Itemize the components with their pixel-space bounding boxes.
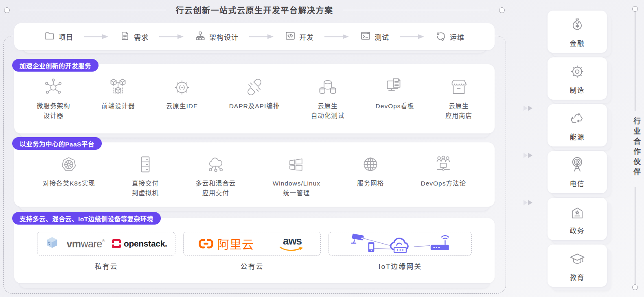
money-bag-icon xyxy=(568,16,586,35)
flow-step-label: 项目 xyxy=(59,32,73,42)
aws-logo: aws xyxy=(279,236,305,252)
windows-icon xyxy=(287,154,306,174)
env-label: 私有云 xyxy=(95,261,118,271)
flow-step-project: 项目 xyxy=(44,31,73,43)
section1-items: 微服务架构设计器 前端设计器 云原生IDE DAPR及API编排 云原生自动化测… xyxy=(14,64,495,121)
paas-item-label: 多云和混合云应用交付 xyxy=(195,179,236,198)
flow-arrow-icon xyxy=(159,34,184,39)
env-iot-gateway: IoT边缘网关 xyxy=(329,232,472,271)
industry-card-finance: 金融 xyxy=(548,11,607,53)
flow-step-label: 需求 xyxy=(134,32,149,42)
industry-card-government: 政务 xyxy=(548,198,607,240)
aws-smile-icon xyxy=(279,246,305,252)
service-item: DAPR及API编排 xyxy=(229,76,280,111)
flow-step-label: 开发 xyxy=(299,32,314,42)
industry-label: 能源 xyxy=(570,132,585,142)
server-icon xyxy=(136,154,155,174)
service-item: 微服务架构设计器 xyxy=(37,76,70,121)
rail-line-top xyxy=(635,12,635,111)
terminal-icon xyxy=(360,31,371,43)
connector-circle-left xyxy=(4,7,10,13)
industry-card-manufacturing: 制造 xyxy=(548,57,607,100)
iot-gateway-box xyxy=(329,232,472,256)
sitemap-icon xyxy=(195,31,206,43)
env-private-cloud: vmware® openstack. 私有云 xyxy=(37,232,175,271)
service-item: 前端设计器 xyxy=(101,76,135,111)
rail-line-bottom xyxy=(635,187,635,284)
title-line-left xyxy=(20,10,166,11)
public-cloud-box: 阿里云 aws xyxy=(183,232,321,256)
flow-arrow-icon xyxy=(324,34,350,39)
gear-code-icon xyxy=(172,76,192,97)
code-window-icon xyxy=(285,31,296,43)
paas-item: DevOps方法论 xyxy=(421,154,467,188)
service-item-label: 微服务架构设计器 xyxy=(37,101,70,121)
solution-diagram: 行云创新一站式云原生开发平台解决方案 项目 需求 架构设计 开发 测试 xyxy=(0,0,644,297)
alibaba-cloud-mark-icon xyxy=(199,239,213,249)
service-item: 云原生自动化测试 xyxy=(311,76,345,121)
flow-step-label: 运维 xyxy=(450,32,464,42)
service-item-label: DevOps看板 xyxy=(376,101,414,111)
flow-step-requirements: 需求 xyxy=(120,31,149,43)
env-public-cloud: 阿里云 aws 公有云 xyxy=(183,232,321,271)
iot-devices-icon xyxy=(339,232,461,256)
plug-icon xyxy=(245,76,264,97)
section2-badge: 以业务为中心的PaaS平台 xyxy=(12,137,102,150)
k8s-wheel-icon xyxy=(59,154,79,174)
section3-environments: vmware® openstack. 私有云 阿里云 aws 公有云 xyxy=(14,218,495,271)
antenna-icon xyxy=(568,156,586,176)
industry-card-telecom: 电信 xyxy=(548,151,607,193)
flow-arrow-icon xyxy=(249,34,274,39)
paas-item: 服务网格 xyxy=(357,154,384,188)
paas-item-label: 对接各类K8s实现 xyxy=(43,179,95,188)
double-chevron-icon xyxy=(523,152,534,159)
industry-label: 制造 xyxy=(570,85,585,95)
gear-icon xyxy=(568,63,586,82)
connector-circle-right xyxy=(499,7,505,13)
industry-partners-label: 行业合作伙伴 xyxy=(631,117,642,178)
service-item-label: 云原生自动化测试 xyxy=(311,101,345,121)
env-label: IoT边缘网关 xyxy=(379,261,422,271)
section-paas-platform: 对接各类K8s实现 直接交付到虚拟机 多云和混合云应用交付 Windows/Li… xyxy=(14,142,495,207)
government-icon xyxy=(568,203,586,223)
industry-card-education: 教育 xyxy=(548,245,607,287)
industry-card-energy: 能源 xyxy=(548,104,607,146)
flow-step-testing: 测试 xyxy=(360,31,389,43)
service-item-label: 前端设计器 xyxy=(101,101,135,111)
rail-circle-bottom xyxy=(632,284,638,290)
recycle-icon xyxy=(568,109,586,129)
microservice-icon xyxy=(44,76,63,97)
globe-icon xyxy=(361,154,380,174)
storefront-icon xyxy=(449,76,469,97)
team-icon xyxy=(434,154,453,174)
double-chevron-icon xyxy=(523,105,534,111)
private-cloud-box: vmware® openstack. xyxy=(37,232,175,256)
alibaba-cloud-logo: 阿里云 xyxy=(199,235,254,252)
openstack-mark-icon xyxy=(112,239,121,248)
document-icon xyxy=(120,31,130,43)
page-title: 行云创新一站式云原生开发平台解决方案 xyxy=(176,4,333,16)
section2-items: 对接各类K8s实现 直接交付到虚拟机 多云和混合云应用交付 Windows/Li… xyxy=(14,142,495,198)
section1-badge: 加速企业创新的开发服务 xyxy=(12,59,99,72)
paas-item-label: Windows/Linux统一管理 xyxy=(273,179,320,198)
openstack-logo: openstack. xyxy=(112,239,167,249)
paas-item: 多云和混合云应用交付 xyxy=(195,154,236,198)
service-item-label: 云原生应用商店 xyxy=(445,101,472,121)
cubes-icon xyxy=(108,76,128,97)
title-row: 行云创新一站式云原生开发平台解决方案 xyxy=(4,4,505,16)
env-label: 公有云 xyxy=(241,261,264,271)
flow-step-development: 开发 xyxy=(285,31,314,43)
industry-label: 教育 xyxy=(570,272,585,282)
flow-step-label: 测试 xyxy=(375,32,389,42)
paas-item-label: DevOps方法论 xyxy=(421,179,467,188)
paas-item: Windows/Linux统一管理 xyxy=(273,154,320,198)
monitor-doc-icon xyxy=(385,76,405,97)
flow-step-operations: 运维 xyxy=(436,31,464,43)
lifecycle-flow-bar: 项目 需求 架构设计 开发 测试 运维 xyxy=(14,23,495,50)
section-dev-services: 微服务架构设计器 前端设计器 云原生IDE DAPR及API编排 云原生自动化测… xyxy=(14,64,495,133)
section-environments: vmware® openstack. 私有云 阿里云 aws 公有云 xyxy=(14,218,495,283)
flow-arrow-icon xyxy=(84,34,109,39)
cloud-network-icon xyxy=(206,154,226,174)
industry-label: 金融 xyxy=(570,38,585,48)
flow-step-label: 架构设计 xyxy=(209,32,239,42)
